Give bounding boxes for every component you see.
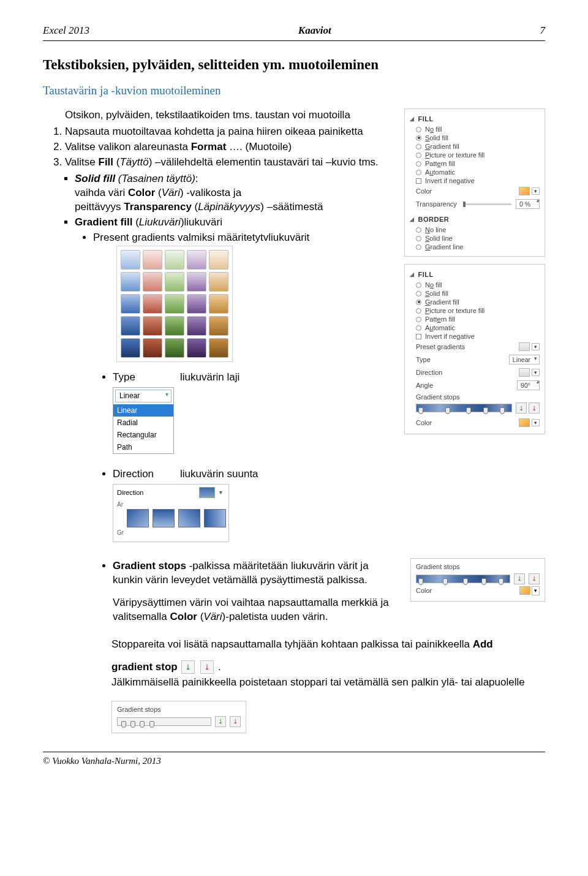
heading-1: Tekstiboksien, pylväiden, selitteiden ym… [43, 57, 545, 73]
menu-item-path[interactable]: Path [113, 441, 173, 453]
radio-no-line[interactable]: No line [410, 225, 540, 234]
swatch[interactable] [121, 272, 140, 292]
radio-solid-line[interactable]: Solid line [410, 234, 540, 243]
radio-picture-fill[interactable]: Picture or texture fill [410, 306, 540, 315]
gradient-stops-label: Gradient stops [410, 392, 540, 402]
direction-cell[interactable] [204, 509, 226, 527]
radio-automatic[interactable]: Automatic [410, 168, 540, 176]
gs-mini-bar[interactable] [416, 575, 510, 583]
swatch[interactable] [165, 338, 184, 358]
direction-grid[interactable] [127, 509, 225, 527]
menu-item-linear[interactable]: Linear [113, 404, 173, 417]
check-invert[interactable]: Invert if negative [410, 332, 540, 341]
swatch-grid[interactable] [116, 246, 233, 362]
direction-picker[interactable]: Direction Ar [113, 484, 229, 542]
color-picker[interactable] [519, 187, 530, 195]
swatch[interactable] [187, 338, 206, 358]
radio-gradient-fill[interactable]: Gradient fill [410, 298, 540, 306]
add-gradient-stop-button[interactable]: ⤓ [514, 573, 525, 584]
color-dropdown-icon[interactable]: ▾ [532, 187, 540, 195]
gs-empty-title: Gradient stops [117, 705, 241, 714]
heading-2: Taustavärin ja -kuvion muotoileminen [43, 84, 545, 97]
collapse-icon[interactable]: ◢ [410, 216, 415, 222]
swatch[interactable] [143, 294, 162, 314]
check-invert[interactable]: Invert if negative [410, 176, 540, 185]
fill-section-title: FILL [418, 115, 434, 123]
swatch[interactable] [121, 316, 140, 336]
swatch[interactable] [165, 316, 184, 336]
swatch[interactable] [209, 294, 228, 314]
swatch[interactable] [165, 250, 184, 270]
gs-mini-color-picker[interactable] [519, 586, 530, 595]
dir-hint-ar: Ar [117, 500, 225, 509]
radio-gradient-line[interactable]: Gradient line [410, 243, 540, 251]
swatch[interactable] [187, 316, 206, 336]
menu-item-rectangular[interactable]: Rectangular [113, 429, 173, 441]
add-gradient-stop-icon[interactable]: ⤓ [181, 660, 195, 674]
radio-pattern-fill[interactable]: Pattern fill [410, 159, 540, 168]
color-label: Color [416, 187, 432, 195]
transparency-slider[interactable] [463, 203, 511, 205]
gradient-stops-bar[interactable] [416, 404, 512, 412]
add-gradient-stop-button[interactable]: ⤓ [215, 716, 226, 727]
radio-picture-fill[interactable]: Picture or texture fill [410, 151, 540, 159]
swatch[interactable] [121, 338, 140, 358]
radio-no-fill[interactable]: No fill [410, 125, 540, 134]
direction-cell[interactable] [127, 509, 149, 527]
gradient-stop-period: . [218, 661, 221, 673]
preset-gradients-picker[interactable] [519, 342, 530, 351]
remove-gradient-stop-button[interactable]: ⤓ [529, 402, 540, 413]
radio-no-fill[interactable]: No fill [410, 281, 540, 289]
angle-value[interactable]: 90° [517, 380, 540, 390]
menu-item-radial[interactable]: Radial [113, 417, 173, 429]
direction-picker[interactable] [519, 368, 530, 377]
add-gradient-stop-button[interactable]: ⤓ [516, 402, 527, 413]
gradient-stops-mini-panel: Gradient stops ⤓ ⤓ Color ▾ [410, 558, 545, 602]
swatch[interactable] [187, 272, 206, 292]
radio-gradient-fill[interactable]: Gradient fill [410, 142, 540, 151]
angle-label: Angle [416, 382, 433, 389]
gs-empty-bar[interactable] [117, 717, 211, 726]
type-dropdown[interactable]: Linear [509, 355, 540, 364]
direction-dropdown[interactable] [199, 487, 215, 498]
type-dropdown-selected[interactable]: Linear [115, 390, 172, 402]
swatch[interactable] [209, 338, 228, 358]
swatch[interactable] [209, 250, 228, 270]
direction-dropdown-icon[interactable]: ▾ [532, 369, 540, 376]
radio-solid-fill[interactable]: Solid fill [410, 134, 540, 142]
transparency-value[interactable]: 0 % [516, 199, 540, 209]
add-stop-text-2: Add [473, 638, 493, 650]
gs-mini-title: Gradient stops [416, 562, 540, 572]
dir-hint-gr: Gr [117, 529, 225, 537]
swatch[interactable] [165, 294, 184, 314]
swatch[interactable] [143, 338, 162, 358]
color-dropdown-icon[interactable]: ▾ [532, 419, 540, 426]
direction-cell[interactable] [153, 509, 175, 527]
numbered-steps: Napsauta muotoiltavaa kohdetta ja paina … [43, 125, 397, 170]
collapse-icon[interactable]: ◢ [410, 116, 415, 122]
remove-gradient-stop-button[interactable]: ⤓ [529, 573, 540, 584]
swatch[interactable] [209, 272, 228, 292]
preset-gradients-dropdown-icon[interactable]: ▾ [532, 343, 540, 350]
radio-automatic[interactable]: Automatic [410, 323, 540, 332]
radio-solid-fill[interactable]: Solid fill [410, 289, 540, 298]
remove-gradient-stop-icon[interactable]: ⤓ [200, 660, 214, 674]
swatch[interactable] [143, 316, 162, 336]
direction-label: Direction [416, 369, 442, 376]
stop-color-picker[interactable] [519, 418, 530, 427]
swatch[interactable] [143, 272, 162, 292]
swatch[interactable] [187, 294, 206, 314]
radio-pattern-fill[interactable]: Pattern fill [410, 315, 540, 323]
swatch[interactable] [121, 250, 140, 270]
remove-gradient-stop-button[interactable]: ⤓ [230, 716, 241, 727]
swatch[interactable] [121, 294, 140, 314]
header-left: Excel 2013 [43, 25, 89, 37]
swatch[interactable] [143, 250, 162, 270]
type-dropdown-menu[interactable]: Linear Linear Radial Rectangular Path [113, 387, 174, 454]
direction-cell[interactable] [178, 509, 200, 527]
swatch[interactable] [209, 316, 228, 336]
swatch[interactable] [165, 272, 184, 292]
color-dropdown-icon[interactable]: ▾ [532, 586, 540, 595]
collapse-icon[interactable]: ◢ [410, 271, 415, 278]
swatch[interactable] [187, 250, 206, 270]
